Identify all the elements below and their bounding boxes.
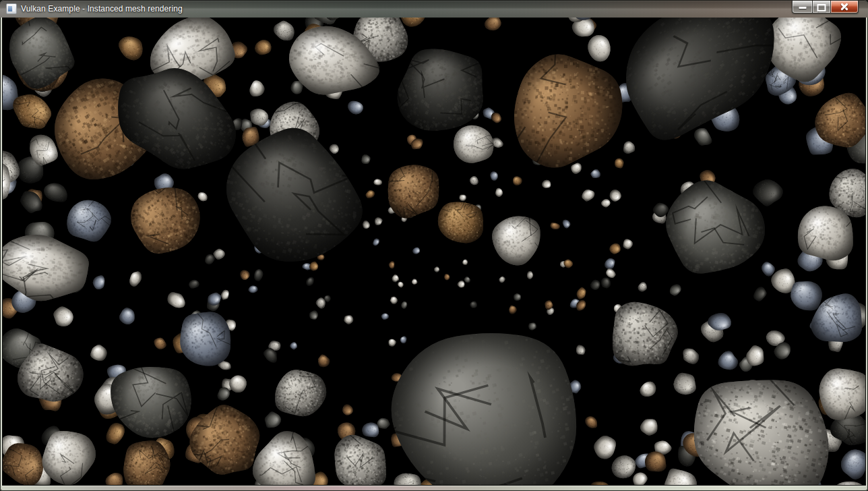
close-icon [840,2,849,11]
close-button[interactable] [830,1,859,13]
minimize-icon [799,7,806,9]
app-window: Vulkan Example - Instanced mesh renderin… [0,0,868,491]
render-viewport[interactable] [3,18,865,485]
maximize-icon [817,4,826,11]
window-title: Vulkan Example - Instanced mesh renderin… [21,0,183,18]
window-controls [792,1,859,13]
render-client-area [3,18,865,485]
window-titlebar[interactable]: Vulkan Example - Instanced mesh renderin… [0,0,868,18]
minimize-button[interactable] [792,1,813,13]
application-icon[interactable] [6,3,17,14]
maximize-button[interactable] [812,1,831,13]
